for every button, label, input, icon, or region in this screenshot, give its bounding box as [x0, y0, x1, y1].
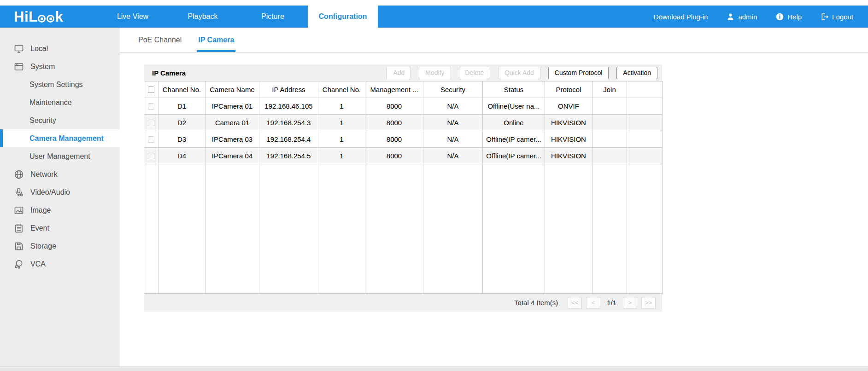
cell-security: N/A: [423, 98, 483, 115]
logo-text-suffix: k: [55, 10, 63, 24]
user-menu[interactable]: admin: [726, 12, 757, 21]
logo-lens-icon: [38, 15, 46, 23]
table-row-d4[interactable]: D4IPCamera 04192.168.254.518000N/AOfflin…: [144, 148, 663, 164]
sidebar-item-video-audio[interactable]: Video/Audio: [0, 183, 120, 201]
delete-button[interactable]: Delete: [459, 67, 490, 79]
row-checkbox[interactable]: [148, 103, 154, 110]
window-icon: [13, 62, 25, 72]
empty-cell: [259, 164, 318, 294]
config-tabs: PoE ChannelIP Camera: [120, 28, 868, 52]
sidebar-item-label: System Settings: [29, 81, 83, 89]
empty-table-area: [144, 164, 663, 294]
sidebar: LocalSystemSystem SettingsMaintenanceSec…: [0, 28, 120, 366]
nav-picture[interactable]: Picture: [238, 6, 308, 28]
row-select-cell: [144, 115, 158, 131]
topbar: HiLk Live ViewPlaybackPictureConfigurati…: [0, 6, 868, 28]
cell-extra: [627, 98, 663, 115]
window-top-strip: [0, 0, 868, 6]
sidebar-item-label: Video/Audio: [30, 188, 70, 197]
sidebar-item-user-management[interactable]: User Management: [0, 147, 120, 165]
horizontal-scrollbar-track[interactable]: [0, 366, 868, 371]
sidebar-item-system[interactable]: System: [0, 58, 120, 75]
nav-configuration[interactable]: Configuration: [308, 6, 378, 28]
sidebar-item-label: User Management: [29, 152, 90, 161]
logout-link[interactable]: Logout: [820, 12, 853, 21]
nav-playback[interactable]: Playback: [168, 6, 238, 28]
download-plugin-link[interactable]: Download Plug-in: [654, 13, 708, 21]
sidebar-item-event[interactable]: Event: [0, 219, 120, 237]
row-select-cell: [144, 98, 158, 115]
sidebar-item-system-settings[interactable]: System Settings: [0, 75, 120, 93]
sidebar-item-storage[interactable]: Storage: [0, 237, 120, 255]
last-page-button[interactable]: >>: [641, 297, 656, 309]
empty-cell: [545, 164, 592, 294]
main-area: LocalSystemSystem SettingsMaintenanceSec…: [0, 28, 868, 366]
cell-join: [592, 131, 627, 148]
cell-security: N/A: [423, 115, 483, 131]
cell-security: N/A: [423, 148, 483, 164]
sidebar-item-label: Event: [30, 224, 49, 232]
modify-button[interactable]: Modify: [419, 67, 451, 79]
sidebar-item-local[interactable]: Local: [0, 40, 120, 58]
sidebar-item-security[interactable]: Security: [0, 111, 120, 129]
sidebar-item-vca[interactable]: VCA: [0, 255, 120, 273]
column-header-channel-no: Channel No.: [158, 81, 205, 98]
empty-cell: [423, 164, 483, 294]
empty-cell: [158, 164, 205, 294]
download-plugin-label: Download Plug-in: [654, 13, 708, 21]
logout-icon: [820, 12, 829, 21]
table-row-d1[interactable]: D1IPCamera 01192.168.46.10518000N/AOffli…: [144, 98, 663, 115]
sidebar-item-label: Network: [30, 170, 58, 179]
hilook-web-app: HiLk Live ViewPlaybackPictureConfigurati…: [0, 0, 868, 371]
add-button[interactable]: Add: [387, 67, 411, 79]
activation-button[interactable]: Activation: [616, 67, 657, 79]
cell-status: Offline(IP camer...: [483, 148, 545, 164]
row-checkbox[interactable]: [148, 136, 154, 143]
sidebar-item-network[interactable]: Network: [0, 165, 120, 183]
custom-protocol-button[interactable]: Custom Protocol: [548, 67, 609, 79]
cell-channel-no: D1: [158, 98, 205, 115]
table-row-d2[interactable]: D2Camera 01192.168.254.318000N/AOnlineHI…: [144, 115, 663, 131]
help-label: Help: [787, 13, 802, 21]
prev-page-button[interactable]: <: [586, 297, 600, 309]
table-footer: Total 4 Item(s) << < 1/1 > >>: [144, 294, 662, 312]
sidebar-item-maintenance[interactable]: Maintenance: [0, 93, 120, 111]
event-icon: [13, 223, 25, 233]
select-all-checkbox[interactable]: [148, 87, 154, 93]
empty-cell: [144, 164, 158, 294]
sidebar-item-label: System: [30, 63, 55, 71]
cell-channel-no: 1: [318, 115, 365, 131]
cell-extra: [627, 115, 663, 131]
first-page-button[interactable]: <<: [568, 297, 582, 309]
cell-status: Offline(User na...: [483, 98, 545, 115]
column-header-join: Join: [592, 81, 627, 98]
empty-cell: [205, 164, 259, 294]
cell-extra: [627, 131, 663, 148]
next-page-button[interactable]: >: [623, 297, 637, 309]
cell-ip-address: 192.168.254.4: [259, 131, 318, 148]
cell-ip-address: 192.168.254.3: [259, 115, 318, 131]
vca-icon: [13, 259, 25, 269]
row-checkbox[interactable]: [148, 153, 154, 159]
empty-cell: [592, 164, 627, 294]
quick-add-button[interactable]: Quick Add: [498, 67, 540, 79]
cell-management: 8000: [365, 115, 423, 131]
help-icon: [775, 12, 784, 21]
help-link[interactable]: Help: [775, 12, 802, 21]
tab-poe-channel[interactable]: PoE Channel: [137, 28, 183, 52]
page-indicator: 1/1: [607, 299, 616, 307]
cell-channel-no: D4: [158, 148, 205, 164]
sidebar-item-image[interactable]: Image: [0, 201, 120, 219]
sidebar-item-camera-management[interactable]: Camera Management: [0, 129, 120, 147]
table-row-d3[interactable]: D3IPCamera 03192.168.254.418000N/AOfflin…: [144, 131, 663, 148]
tab-ip-camera[interactable]: IP Camera: [197, 28, 235, 52]
cell-protocol: HIKVISION: [545, 148, 592, 164]
row-checkbox[interactable]: [148, 120, 154, 126]
column-header-management: Management ...: [365, 81, 423, 98]
cell-protocol: HIKVISION: [545, 115, 592, 131]
nav-live-view[interactable]: Live View: [98, 6, 168, 28]
empty-cell: [483, 164, 545, 294]
toolbar-buttons: AddModifyDeleteQuick AddCustom ProtocolA…: [387, 67, 657, 79]
cell-ip-address: 192.168.254.5: [259, 148, 318, 164]
empty-cell: [318, 164, 365, 294]
